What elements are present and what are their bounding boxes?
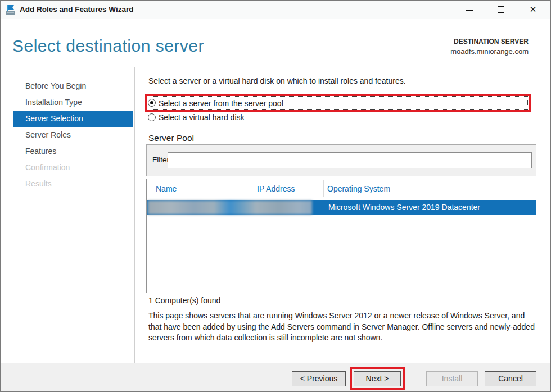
cancel-button[interactable]: Cancel bbox=[485, 371, 536, 386]
intro-text: Select a server or a virtual hard disk o… bbox=[148, 76, 406, 85]
install-button: Install bbox=[426, 371, 478, 386]
server-manager-icon bbox=[6, 4, 17, 16]
title-bar: Add Roles and Features Wizard ✕ bbox=[1, 1, 550, 19]
filter-input[interactable] bbox=[168, 152, 532, 168]
radio-selected-dot bbox=[150, 101, 153, 104]
computers-found-count: 1 Computer(s) found bbox=[148, 296, 220, 305]
window-title: Add Roles and Features Wizard bbox=[20, 1, 133, 19]
sidebar-item-server-selection[interactable]: Server Selection bbox=[13, 111, 133, 127]
page-title: Select destination server bbox=[12, 37, 204, 56]
destination-server-label: DESTINATION SERVER bbox=[450, 38, 529, 45]
header-underline bbox=[147, 197, 536, 197]
sidebar-divider bbox=[134, 67, 135, 363]
table-row-selected-server[interactable]: Microsoft Windows Server 2019 Datacenter bbox=[147, 200, 536, 215]
wizard-window: Add Roles and Features Wizard ✕ Select d… bbox=[0, 0, 551, 392]
redacted-name-and-ip bbox=[148, 200, 312, 215]
sidebar-item-confirmation: Confirmation bbox=[13, 159, 133, 176]
close-icon[interactable]: ✕ bbox=[520, 1, 546, 18]
radio-select-server-pool-label[interactable]: Select a server from the server pool bbox=[159, 99, 283, 108]
row-operating-system: Microsoft Windows Server 2019 Datacenter bbox=[328, 200, 480, 215]
sidebar-item-server-roles[interactable]: Server Roles bbox=[13, 127, 133, 143]
sidebar-item-installation-type[interactable]: Installation Type bbox=[13, 94, 133, 111]
destination-server-block: DESTINATION SERVER moadfs.miniorange.com bbox=[450, 38, 529, 56]
sidebar-item-before-you-begin[interactable]: Before You Begin bbox=[13, 78, 133, 94]
sidebar-item-results: Results bbox=[13, 176, 133, 192]
column-separator bbox=[256, 180, 256, 197]
sidebar-item-features[interactable]: Features bbox=[13, 143, 133, 159]
page-description: This page shows servers that are running… bbox=[148, 311, 536, 344]
column-header-name[interactable]: Name bbox=[156, 179, 177, 197]
previous-button[interactable]: < Previous bbox=[292, 371, 346, 386]
server-pool-table: Name IP Address Operating System Microso… bbox=[146, 179, 536, 293]
footer-bar: < Previous Next > Install Cancel bbox=[1, 363, 550, 392]
radio-select-server-pool[interactable] bbox=[148, 99, 156, 107]
filter-panel: Filter: bbox=[146, 144, 536, 176]
column-separator bbox=[494, 180, 494, 197]
maximize-icon[interactable] bbox=[488, 1, 514, 18]
column-separator bbox=[323, 180, 324, 197]
column-header-ip-address[interactable]: IP Address bbox=[257, 179, 295, 197]
minimize-icon[interactable] bbox=[456, 1, 482, 18]
destination-server-name: moadfs.miniorange.com bbox=[450, 47, 529, 56]
server-pool-title: Server Pool bbox=[148, 133, 194, 143]
radio-select-vhd-label[interactable]: Select a virtual hard disk bbox=[159, 113, 245, 122]
radio-select-vhd[interactable] bbox=[148, 113, 156, 121]
column-header-operating-system[interactable]: Operating System bbox=[327, 179, 390, 197]
next-button[interactable]: Next > bbox=[354, 371, 401, 386]
